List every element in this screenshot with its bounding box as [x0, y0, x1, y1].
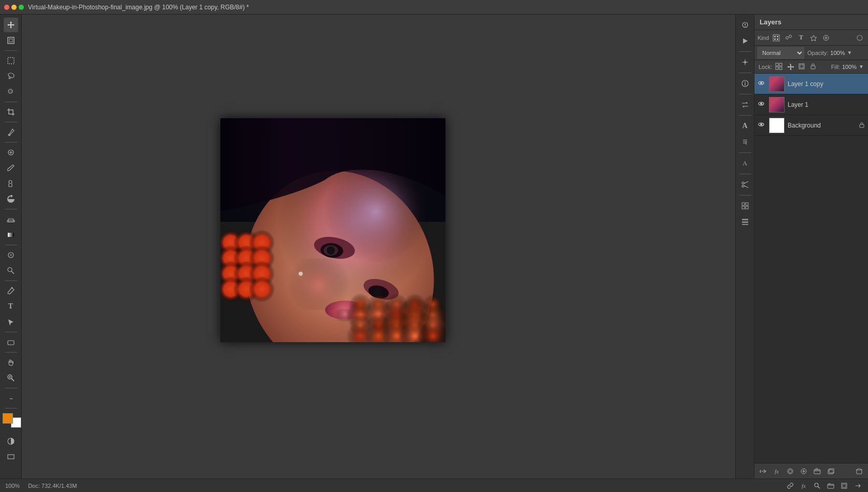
svg-rect-57	[799, 64, 804, 69]
window-controls[interactable]	[4, 5, 24, 10]
paragraph-icon[interactable]	[738, 135, 752, 149]
folder-status-icon[interactable]	[825, 481, 836, 491]
scissors-icon[interactable]	[738, 177, 752, 192]
filter-type-icon[interactable]: T	[796, 33, 806, 43]
fx-btn[interactable]: fx	[771, 466, 782, 477]
foreground-color[interactable]	[3, 413, 13, 424]
svg-rect-78	[843, 484, 846, 487]
svg-rect-70	[814, 470, 820, 474]
lock-all-icon[interactable]	[809, 63, 818, 71]
new-group-btn[interactable]	[811, 466, 823, 477]
swap-icon[interactable]	[738, 97, 752, 112]
quick-mask-toggle[interactable]	[4, 434, 18, 448]
opacity-value[interactable]: 100%	[830, 50, 845, 56]
grid-icon[interactable]	[738, 199, 752, 213]
layer-lock-icon-background	[859, 122, 865, 129]
add-mask-btn[interactable]	[785, 466, 796, 477]
svg-point-61	[760, 82, 762, 84]
move-tool[interactable]	[4, 18, 18, 32]
layers-list[interactable]: Layer 1 copy Layer 1	[754, 74, 868, 463]
info-icon[interactable]	[738, 76, 752, 91]
play-icon[interactable]	[738, 34, 752, 48]
svg-point-68	[789, 470, 792, 473]
type-style-icon[interactable]: A	[738, 156, 752, 171]
path-selection-tool[interactable]	[4, 315, 18, 329]
frame-status-icon[interactable]	[839, 481, 849, 491]
eraser-tool[interactable]	[4, 212, 18, 227]
panel-icon[interactable]	[738, 215, 752, 229]
svg-point-4	[9, 90, 11, 92]
filter-shape-icon[interactable]	[808, 33, 819, 43]
pen-tool[interactable]	[4, 284, 18, 298]
lock-pixel-icon[interactable]	[775, 63, 783, 71]
lasso-tool[interactable]	[4, 69, 18, 83]
zoom-tool[interactable]	[4, 371, 18, 385]
svg-line-75	[818, 486, 820, 488]
layer-item-layer1[interactable]: Layer 1	[754, 94, 868, 115]
layer-item-layer1copy[interactable]: Layer 1 copy	[754, 74, 868, 94]
healing-brush-tool[interactable]	[4, 145, 18, 160]
delete-layer-btn[interactable]	[853, 466, 865, 477]
filter-toggle[interactable]	[855, 33, 865, 43]
svg-rect-56	[779, 67, 782, 69]
type-tool-icon: T	[8, 302, 13, 311]
layer-eye-layer1[interactable]	[758, 100, 766, 109]
gradient-tool[interactable]	[4, 228, 18, 242]
layer-eye-background[interactable]	[758, 121, 766, 130]
link-icon[interactable]	[785, 481, 795, 491]
new-adjustment-btn[interactable]	[798, 466, 809, 477]
svg-line-20	[11, 378, 14, 381]
lock-artboard-icon[interactable]	[798, 63, 806, 71]
filter-adjust-icon[interactable]	[783, 33, 794, 43]
svg-rect-55	[776, 67, 778, 69]
minimize-button[interactable]	[11, 5, 17, 10]
color-swatches[interactable]	[3, 413, 19, 429]
arrow-status-icon[interactable]	[852, 481, 863, 491]
search-status-icon[interactable]	[812, 481, 822, 491]
type-tool[interactable]: T	[4, 299, 18, 314]
layer-eye-layer1copy[interactable]	[758, 79, 766, 88]
brush-tool[interactable]	[4, 161, 18, 175]
filter-smart-icon[interactable]	[821, 33, 831, 43]
new-layer-btn[interactable]	[825, 466, 836, 477]
filter-pixel-icon[interactable]	[771, 33, 781, 43]
opacity-dropdown-icon[interactable]: ▼	[847, 50, 852, 55]
marquee-tool[interactable]	[4, 53, 18, 68]
hand-tool[interactable]	[4, 355, 18, 370]
layers-title: Layers	[760, 18, 781, 26]
svg-point-63	[760, 103, 762, 105]
canvas-area[interactable]	[22, 15, 735, 479]
maximize-button[interactable]	[19, 5, 24, 10]
lock-label: Lock:	[759, 64, 772, 70]
lock-position-icon[interactable]	[787, 63, 795, 71]
clone-stamp-tool[interactable]	[4, 176, 18, 191]
svg-rect-66	[860, 124, 864, 128]
fx-status-icon[interactable]: fx	[799, 481, 809, 491]
extra-tools[interactable]: ···	[4, 391, 18, 405]
blur-tool[interactable]	[4, 248, 18, 262]
layer-name-layer1: Layer 1	[788, 101, 865, 108]
dodge-tool[interactable]	[4, 263, 18, 278]
eyedropper-tool[interactable]	[4, 125, 18, 139]
history-brush-tool[interactable]	[4, 192, 18, 206]
svg-point-5	[8, 134, 9, 136]
fill-row: Fill: 100% ▼	[831, 64, 864, 70]
close-button[interactable]	[4, 5, 9, 10]
layer-item-background[interactable]: Background	[754, 115, 868, 136]
blend-mode-select[interactable]: Normal Dissolve Multiply Screen Overlay	[758, 47, 804, 59]
properties-icon[interactable]	[738, 18, 752, 32]
svg-point-9	[9, 180, 12, 184]
sparkle-icon[interactable]	[738, 55, 752, 69]
layer-thumbnail-background	[769, 118, 785, 133]
link-layers-btn[interactable]	[758, 466, 769, 477]
crop-tool[interactable]	[4, 105, 18, 119]
fill-dropdown-icon[interactable]: ▼	[859, 64, 864, 69]
svg-rect-43	[742, 224, 748, 225]
fill-value[interactable]: 100%	[842, 64, 857, 70]
text-icon[interactable]: A	[738, 119, 752, 133]
screen-mode[interactable]	[4, 449, 18, 464]
artboard-tool[interactable]	[4, 33, 18, 48]
svg-rect-39	[742, 206, 745, 209]
quick-selection-tool[interactable]	[4, 85, 18, 99]
shape-tool[interactable]	[4, 335, 18, 349]
